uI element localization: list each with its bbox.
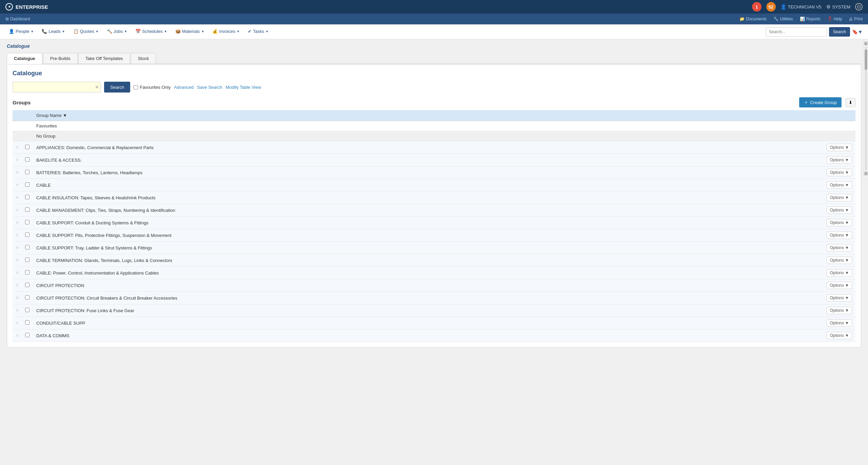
catalogue-search-input[interactable]	[14, 85, 95, 90]
utilities-link[interactable]: 🔧 Utilities	[773, 17, 793, 21]
notification-badge[interactable]: 1	[752, 2, 762, 12]
nav-materials[interactable]: 📦 Materials ▼	[172, 24, 208, 39]
options-button[interactable]: Options ▼	[827, 169, 852, 176]
row-checkbox[interactable]	[25, 258, 29, 262]
options-button[interactable]: Options ▼	[827, 194, 852, 201]
nav-quotes[interactable]: 📋 Quotes ▼	[70, 24, 102, 39]
options-button[interactable]: Options ▼	[827, 282, 852, 289]
nav-search-button[interactable]: Search	[829, 27, 850, 37]
row-checkbox[interactable]	[25, 145, 29, 149]
row-checkbox-cell[interactable]	[22, 267, 33, 279]
row-checkbox[interactable]	[25, 320, 29, 325]
scroll-up-arrow[interactable]: ▲	[864, 41, 868, 45]
row-checkbox[interactable]	[25, 182, 29, 187]
row-checkbox[interactable]	[25, 232, 29, 237]
modify-table-link[interactable]: Modify Table View	[226, 85, 261, 90]
row-checkbox[interactable]	[25, 220, 29, 224]
row-checkbox[interactable]	[25, 295, 29, 300]
options-button[interactable]: Options ▼	[827, 294, 852, 302]
table-row[interactable]: ⠿ CABLE TERMINATION: Glands, Terminals, …	[13, 254, 855, 267]
catalogue-search-button[interactable]: Search	[104, 82, 130, 93]
row-checkbox-cell[interactable]	[22, 329, 33, 342]
nav-schedules[interactable]: 📅 Schedules ▼	[132, 24, 171, 39]
table-row[interactable]: ⠿ CIRCUIT PROTECTION: Circuit Breakers &…	[13, 292, 855, 304]
scroll-down-arrow[interactable]: ▼	[864, 171, 868, 176]
options-button[interactable]: Options ▼	[827, 156, 852, 164]
row-checkbox[interactable]	[25, 195, 29, 199]
options-button[interactable]: Options ▼	[827, 269, 852, 277]
row-checkbox-cell[interactable]	[22, 279, 33, 292]
row-checkbox-cell[interactable]	[22, 191, 33, 204]
options-button[interactable]: Options ▼	[827, 257, 852, 264]
user-menu[interactable]: 👤 TECHNICIAN V5	[781, 4, 822, 9]
options-button[interactable]: Options ▼	[827, 307, 852, 314]
tab-take-off-templates[interactable]: Take Off Templates	[78, 53, 130, 64]
nav-jobs[interactable]: 🔨 Jobs ▼	[103, 24, 131, 39]
table-row[interactable]: Favourites	[13, 121, 855, 131]
table-row[interactable]: ⠿ CABLE: Power, Control, Instrumentation…	[13, 267, 855, 279]
scroll-track[interactable]	[865, 46, 867, 171]
options-button[interactable]: Options ▼	[827, 319, 852, 327]
row-checkbox[interactable]	[25, 170, 29, 174]
table-row[interactable]: ⠿ CABLE SUPPORT: Tray, Ladder & Strut Sy…	[13, 242, 855, 254]
table-row[interactable]: No Group	[13, 131, 855, 141]
row-checkbox-cell[interactable]	[22, 179, 33, 191]
options-button[interactable]: Options ▼	[827, 219, 852, 226]
table-row[interactable]: ⠿ CABLE SUPPORT: Pits, Protective Fittin…	[13, 229, 855, 242]
save-search-link[interactable]: Save Search	[197, 85, 222, 90]
search-clear-icon[interactable]: ✕	[95, 84, 99, 90]
row-checkbox[interactable]	[25, 245, 29, 249]
table-row[interactable]: ⠿ BATTERIES: Batteries, Torches, Lantern…	[13, 166, 855, 179]
table-row[interactable]: ⠿ CONDUIT/CABLE SUPP Options ▼	[13, 317, 855, 329]
row-checkbox-cell[interactable]	[22, 292, 33, 304]
row-checkbox-cell[interactable]	[22, 217, 33, 229]
dashboard-link[interactable]: ⊞ Dashboard	[5, 17, 30, 21]
row-checkbox-cell[interactable]	[22, 166, 33, 179]
options-button[interactable]: Options ▼	[827, 244, 852, 251]
row-checkbox[interactable]	[25, 270, 29, 275]
row-checkbox-cell[interactable]	[22, 204, 33, 217]
row-checkbox[interactable]	[25, 308, 29, 312]
table-row[interactable]: ⠿ BAKELITE & ACCESS. Options ▼	[13, 154, 855, 166]
nav-invoices[interactable]: 💰 Invoices ▼	[209, 24, 243, 39]
table-row[interactable]: ⠿ CIRCUIT PROTECTION Options ▼	[13, 279, 855, 292]
row-checkbox-cell[interactable]	[22, 154, 33, 166]
nav-leads[interactable]: 📞 Leads ▼	[38, 24, 68, 39]
favourites-checkbox[interactable]	[134, 85, 138, 89]
row-checkbox-cell[interactable]	[22, 317, 33, 329]
nav-tasks[interactable]: ✔ Tasks ▼	[244, 24, 272, 39]
row-checkbox-cell[interactable]	[22, 229, 33, 242]
download-button[interactable]: ⬇	[846, 98, 855, 107]
options-button[interactable]: Options ▼	[827, 332, 852, 339]
row-checkbox[interactable]	[25, 157, 29, 162]
reports-link[interactable]: 📊 Reports	[800, 17, 821, 21]
row-checkbox[interactable]	[25, 207, 29, 212]
options-button[interactable]: Options ▼	[827, 231, 852, 239]
power-button[interactable]: ⏻	[855, 3, 863, 11]
table-row[interactable]: ⠿ DATA & COMMS Options ▼	[13, 329, 855, 342]
table-row[interactable]: ⠿ CIRCUIT PROTECTION: Fuse Links & Fuse …	[13, 304, 855, 317]
system-menu[interactable]: ⚙ SYSTEM	[826, 4, 850, 9]
advanced-link[interactable]: Advanced	[174, 85, 194, 90]
nav-people[interactable]: 👤 People ▼	[5, 24, 37, 39]
options-button[interactable]: Options ▼	[827, 206, 852, 214]
table-row[interactable]: ⠿ CABLE Options ▼	[13, 179, 855, 191]
help-link[interactable]: ❓ Help	[827, 17, 842, 21]
create-group-button[interactable]: ＋ Create Group	[799, 97, 842, 107]
options-button[interactable]: Options ▼	[827, 181, 852, 189]
row-checkbox-cell[interactable]	[22, 141, 33, 154]
table-row[interactable]: ⠿ CABLE MANAGEMENT: Clips, Ties, Straps,…	[13, 204, 855, 217]
row-checkbox-cell[interactable]	[22, 254, 33, 267]
bookmark-button[interactable]: 🔖▼	[852, 29, 863, 35]
row-checkbox-cell[interactable]	[22, 242, 33, 254]
print-link[interactable]: 🖨 Print	[849, 17, 863, 21]
row-checkbox[interactable]	[25, 283, 29, 287]
col-group-name[interactable]: Group Name ▼	[33, 110, 815, 121]
tab-pre-builds[interactable]: Pre-Builds	[43, 53, 78, 64]
table-row[interactable]: ⠿ CABLE INSULATION: Tapes, Sleeves & Hea…	[13, 191, 855, 204]
documents-link[interactable]: 📁 Documents	[739, 17, 767, 21]
message-badge[interactable]: 52	[766, 2, 776, 12]
table-row[interactable]: ⠿ APPLIANCES: Domestic, Commercial & Rep…	[13, 141, 855, 154]
nav-search-input[interactable]	[766, 27, 827, 37]
scroll-thumb[interactable]	[865, 49, 867, 70]
